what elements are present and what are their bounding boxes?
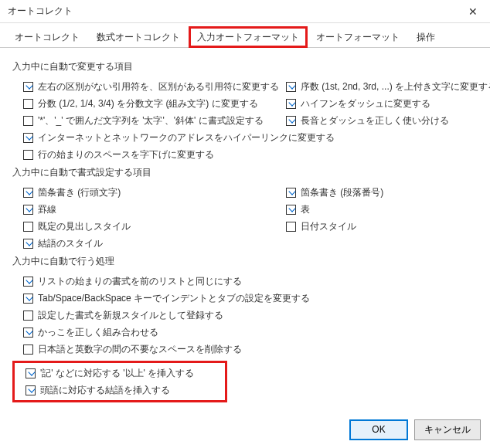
s1l-checkbox-4[interactable] <box>23 150 33 160</box>
s3h-label-1: 頭語に対応する結語を挿入する <box>40 382 170 398</box>
s1r-label-0: 序数 (1st, 2nd, 3rd, ...) を上付き文字に変更する <box>301 79 490 94</box>
tab-2[interactable]: 入力オートフォーマット <box>189 26 308 48</box>
s1l-row-3: インターネットとネットワークのアドレスをハイパーリンクに変更する <box>12 129 275 146</box>
s3-label-3: かっこを正しく組み合わせる <box>38 324 158 340</box>
s3-label-1: Tab/Space/BackSpace キーでインデントとタブの設定を変更する <box>38 290 310 306</box>
s3h-row-0: '記' などに対応する '以上' を挿入する <box>15 365 225 382</box>
s2l-checkbox-0[interactable] <box>23 188 33 198</box>
tab-3[interactable]: オートフォーマット <box>308 26 408 47</box>
s3-checkbox-0[interactable] <box>23 277 33 287</box>
s3-checkbox-3[interactable] <box>23 328 33 338</box>
s3h-label-0: '記' などに対応する '以上' を挿入する <box>40 365 194 381</box>
s1l-checkbox-2[interactable] <box>23 116 33 126</box>
s1l-label-0: 左右の区別がない引用符を、区別がある引用符に変更する <box>38 79 279 94</box>
s3h-checkbox-1[interactable] <box>26 385 36 395</box>
s1r-row-2: 長音とダッシュを正しく使い分ける <box>275 112 478 129</box>
s1l-checkbox-1[interactable] <box>23 99 33 109</box>
s2r-checkbox-0[interactable] <box>286 188 296 198</box>
s1l-label-2: '*'、'_' で囲んだ文字列を '太字'、'斜体' に書式設定する <box>38 113 264 128</box>
section2-title: 入力中に自動で書式設定する項目 <box>12 166 478 179</box>
s3h-checkbox-0[interactable] <box>26 368 36 378</box>
s2l-row-1: 罫線 <box>12 201 275 218</box>
s2r-checkbox-2[interactable] <box>286 222 296 232</box>
s1l-row-0: 左右の区別がない引用符を、区別がある引用符に変更する <box>12 78 275 95</box>
cancel-button[interactable]: キャンセル <box>414 419 481 440</box>
s2r-label-2: 日付スタイル <box>301 219 356 234</box>
s3-checkbox-1[interactable] <box>23 294 33 304</box>
s2l-checkbox-2[interactable] <box>23 222 33 232</box>
s2r-label-1: 表 <box>301 202 310 217</box>
s1l-row-4: 行の始まりのスペースを字下げに変更する <box>12 146 275 163</box>
s1r-label-2: 長音とダッシュを正しく使い分ける <box>301 113 449 128</box>
ok-button[interactable]: OK <box>349 419 408 440</box>
tab-4[interactable]: 操作 <box>408 26 444 47</box>
s1r-checkbox-2[interactable] <box>286 116 296 126</box>
s3-row-1: Tab/Space/BackSpace キーでインデントとタブの設定を変更する <box>12 290 478 307</box>
s3-label-2: 設定した書式を新規スタイルとして登録する <box>38 307 223 323</box>
s1r-checkbox-1[interactable] <box>286 99 296 109</box>
s2l-row-2: 既定の見出しスタイル <box>12 218 275 235</box>
s1l-label-4: 行の始まりのスペースを字下げに変更する <box>38 147 214 162</box>
s1r-row-0: 序数 (1st, 2nd, 3rd, ...) を上付き文字に変更する <box>275 78 478 95</box>
s3-row-3: かっこを正しく組み合わせる <box>12 324 478 341</box>
s2l-checkbox-3[interactable] <box>23 239 33 249</box>
s1r-label-1: ハイフンをダッシュに変更する <box>301 96 430 111</box>
s3-row-0: リストの始まりの書式を前のリストと同じにする <box>12 273 478 290</box>
highlight-group: '記' などに対応する '以上' を挿入する頭語に対応する結語を挿入する <box>12 361 227 402</box>
s3-label-0: リストの始まりの書式を前のリストと同じにする <box>38 273 242 289</box>
s2l-label-2: 既定の見出しスタイル <box>38 219 131 234</box>
s1l-checkbox-0[interactable] <box>23 82 33 92</box>
s3-checkbox-4[interactable] <box>23 344 33 355</box>
s2l-row-0: 箇条書き (行頭文字) <box>12 184 275 201</box>
s1r-row-1: ハイフンをダッシュに変更する <box>275 95 478 112</box>
s2l-label-1: 罫線 <box>38 202 56 217</box>
section1-title: 入力中に自動で変更する項目 <box>12 60 478 73</box>
tab-strip: オートコレクト数式オートコレクト入力オートフォーマットオートフォーマット操作 <box>0 23 490 48</box>
s2r-label-0: 箇条書き (段落番号) <box>301 185 383 200</box>
window-title: オートコレクト <box>8 5 455 18</box>
tab-1[interactable]: 数式オートコレクト <box>88 26 189 47</box>
s1l-checkbox-3[interactable] <box>23 133 33 143</box>
s2l-label-0: 箇条書き (行頭文字) <box>38 185 121 200</box>
s3-checkbox-2[interactable] <box>23 311 33 321</box>
s3-row-2: 設定した書式を新規スタイルとして登録する <box>12 307 478 324</box>
s3-row-4: 日本語と英数字の間の不要なスペースを削除する <box>12 341 478 358</box>
s2r-checkbox-1[interactable] <box>286 205 296 215</box>
s3-label-4: 日本語と英数字の間の不要なスペースを削除する <box>38 341 242 357</box>
s2r-row-1: 表 <box>275 201 478 218</box>
s2l-checkbox-1[interactable] <box>23 205 33 215</box>
tab-0[interactable]: オートコレクト <box>6 26 88 47</box>
section3-title: 入力中に自動で行う処理 <box>12 255 478 268</box>
s1l-row-2: '*'、'_' で囲んだ文字列を '太字'、'斜体' に書式設定する <box>12 112 275 129</box>
s2r-row-2: 日付スタイル <box>275 218 478 235</box>
s2l-label-3: 結語のスタイル <box>38 236 103 251</box>
s3h-row-1: 頭語に対応する結語を挿入する <box>15 382 225 399</box>
close-icon[interactable]: ✕ <box>455 0 490 23</box>
s1l-row-1: 分数 (1/2, 1/4, 3/4) を分数文字 (組み文字) に変更する <box>12 95 275 112</box>
s1l-label-1: 分数 (1/2, 1/4, 3/4) を分数文字 (組み文字) に変更する <box>38 96 258 111</box>
s2r-row-0: 箇条書き (段落番号) <box>275 184 478 201</box>
s1r-checkbox-0[interactable] <box>286 82 296 92</box>
s2l-row-3: 結語のスタイル <box>12 235 275 252</box>
